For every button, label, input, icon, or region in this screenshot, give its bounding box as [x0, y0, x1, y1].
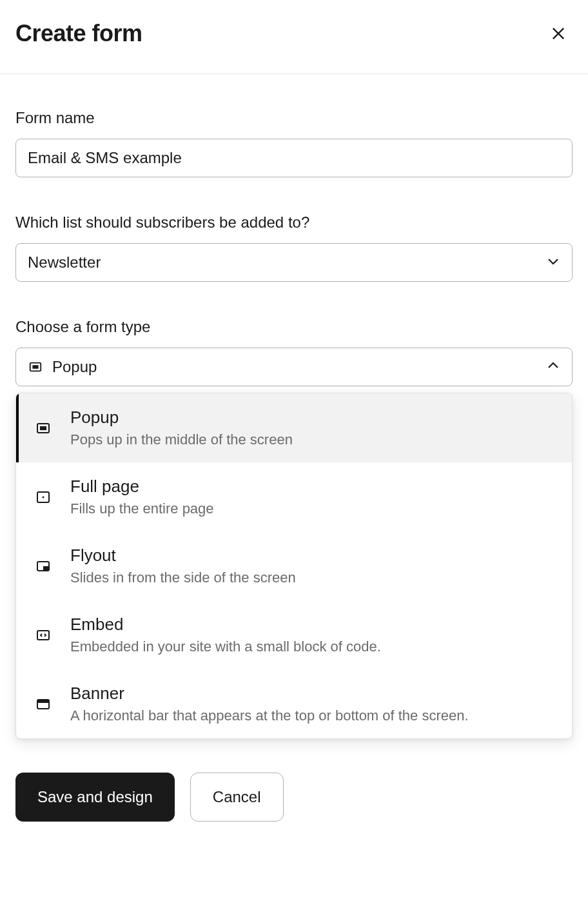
option-desc: Fills up the entire page: [70, 500, 214, 517]
list-select[interactable]: Newsletter: [15, 243, 573, 282]
close-icon: [549, 25, 567, 43]
flyout-icon: [34, 557, 52, 575]
option-embed[interactable]: Embed Embedded in your site with a small…: [16, 600, 572, 669]
option-text: Embed Embedded in your site with a small…: [70, 615, 381, 655]
form-name-group: Form name: [15, 109, 573, 177]
cancel-button[interactable]: Cancel: [190, 773, 284, 822]
banner-icon: [34, 695, 52, 713]
form-name-input[interactable]: [15, 139, 573, 177]
list-group: Which list should subscribers be added t…: [15, 213, 573, 282]
option-desc: Embedded in your site with a small block…: [70, 638, 381, 655]
option-text: Banner A horizontal bar that appears at …: [70, 684, 469, 724]
svg-rect-8: [37, 631, 49, 640]
option-banner[interactable]: Banner A horizontal bar that appears at …: [16, 669, 572, 738]
svg-rect-11: [37, 702, 49, 703]
form-type-dropdown: Popup Pops up in the middle of the scree…: [15, 393, 573, 739]
svg-rect-3: [40, 426, 46, 430]
embed-icon: [34, 626, 52, 644]
option-text: Flyout Slides in from the side of the sc…: [70, 546, 296, 586]
list-select-wrap: Newsletter: [15, 243, 573, 282]
svg-rect-7: [43, 566, 49, 571]
form-type-select[interactable]: Popup: [15, 348, 573, 386]
option-popup[interactable]: Popup Pops up in the middle of the scree…: [16, 393, 572, 462]
modal-title: Create form: [15, 20, 142, 47]
save-button[interactable]: Save and design: [15, 773, 175, 822]
option-text: Full page Fills up the entire page: [70, 477, 214, 517]
option-title: Embed: [70, 615, 381, 635]
close-button[interactable]: [544, 19, 573, 48]
popup-icon: [34, 419, 52, 437]
option-title: Banner: [70, 684, 469, 704]
svg-point-5: [43, 496, 44, 498]
modal-footer: Save and design Cancel: [0, 755, 588, 845]
form-name-label: Form name: [15, 109, 573, 127]
form-type-label: Choose a form type: [15, 318, 573, 336]
list-label: Which list should subscribers be added t…: [15, 213, 573, 232]
modal-content: Form name Which list should subscribers …: [0, 74, 588, 755]
option-desc: A horizontal bar that appears at the top…: [70, 707, 469, 724]
svg-rect-1: [32, 365, 38, 369]
list-select-value: Newsletter: [28, 253, 101, 271]
form-type-group: Choose a form type Popup: [15, 318, 573, 739]
fullscreen-icon: [34, 488, 52, 506]
option-text: Popup Pops up in the middle of the scree…: [70, 408, 293, 448]
option-full-page[interactable]: Full page Fills up the entire page: [16, 462, 572, 531]
option-flyout[interactable]: Flyout Slides in from the side of the sc…: [16, 531, 572, 600]
popup-icon: [28, 359, 43, 375]
option-title: Popup: [70, 408, 293, 428]
modal-header: Create form: [0, 0, 588, 74]
form-type-select-wrap: Popup: [15, 348, 573, 386]
option-title: Flyout: [70, 546, 296, 566]
form-type-value: Popup: [52, 358, 97, 376]
option-desc: Slides in from the side of the screen: [70, 569, 296, 586]
option-desc: Pops up in the middle of the screen: [70, 431, 293, 448]
option-title: Full page: [70, 477, 214, 497]
